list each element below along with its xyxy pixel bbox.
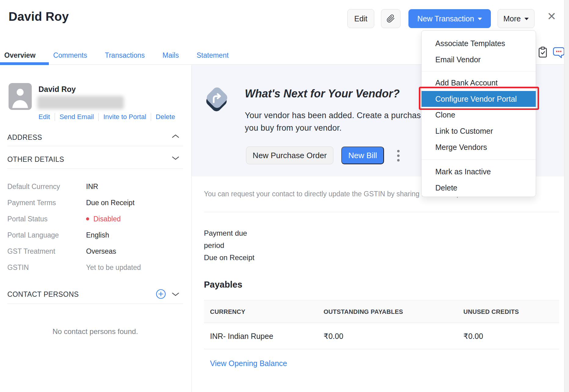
cell-unused-credits: ₹0.00	[463, 332, 483, 340]
menu-item-configure-vendor-portal[interactable]: Configure Vendor Portal	[422, 91, 536, 107]
status-dot-icon	[86, 217, 89, 220]
avatar	[9, 83, 32, 110]
clipboard-check-icon[interactable]	[538, 46, 548, 59]
delete-link[interactable]: Delete	[156, 113, 175, 121]
new-bill-button[interactable]: New Bill	[341, 147, 384, 164]
payment-due-line1: Payment due	[204, 229, 247, 237]
contact-persons-section-label: CONTACT PERSONS	[7, 290, 79, 299]
chevron-down-icon	[524, 18, 529, 20]
payables-title: Payables	[204, 280, 242, 290]
menu-item-associate-templates[interactable]: Associate Templates	[422, 35, 536, 52]
invite-to-portal-link[interactable]: Invite to Portal	[103, 113, 146, 121]
cell-outstanding-payables: ₹0.00	[324, 332, 343, 340]
detail-label: GSTIN	[7, 263, 86, 272]
kebab-menu-icon[interactable]	[394, 148, 402, 164]
new-purchase-order-button[interactable]: New Purchase Order	[246, 147, 333, 164]
send-email-link[interactable]: Send Email	[60, 113, 94, 121]
divider	[7, 169, 183, 169]
chevron-down-icon	[478, 18, 482, 20]
tab-overview[interactable]: Overview	[4, 51, 35, 60]
table-row: INR- Indian Rupee ₹0.00 ₹0.00	[204, 323, 559, 349]
payment-due-line2: period	[204, 241, 224, 249]
section-other-details[interactable]: OTHER DETAILS	[7, 154, 183, 165]
add-contact-person-button[interactable]	[156, 289, 166, 300]
chevron-down-icon[interactable]	[172, 156, 179, 161]
detail-label: Portal Language	[7, 231, 86, 239]
vendor-quick-actions: Edit Send Email Invite to Portal Delete	[38, 113, 175, 121]
chevron-down-icon[interactable]	[172, 292, 179, 297]
detail-row-gst-treatment: GST Treatment Overseas	[7, 243, 183, 259]
menu-item-email-vendor[interactable]: Email Vendor	[422, 52, 536, 68]
divider	[422, 71, 536, 71]
divider	[7, 146, 183, 146]
detail-label: GST Treatment	[7, 247, 86, 256]
paperclip-icon	[386, 14, 395, 23]
attachment-button[interactable]	[381, 9, 400, 28]
scrollbar[interactable]	[564, 0, 569, 392]
detail-label: Payment Terms	[7, 199, 86, 207]
divider	[422, 159, 536, 160]
chevron-up-icon[interactable]	[172, 134, 179, 139]
menu-item-clone[interactable]: Clone	[422, 107, 536, 123]
comments-icon[interactable]	[553, 47, 565, 59]
new-transaction-button[interactable]: New Transaction	[408, 9, 491, 28]
section-address[interactable]: ADDRESS	[7, 132, 183, 143]
more-dropdown-menu: Associate Templates Email Vendor Add Ban…	[421, 30, 536, 197]
detail-value: English	[86, 231, 109, 239]
edit-button[interactable]: Edit	[347, 9, 374, 28]
cell-currency: INR- Indian Rupee	[210, 332, 273, 340]
empty-contacts-message: No contact persons found.	[7, 327, 183, 336]
new-bill-label: New Bill	[348, 151, 377, 160]
payables-table-header: CURRENCY OUTSTANDING PAYABLES UNUSED CRE…	[204, 300, 559, 323]
column-header-currency: CURRENCY	[210, 308, 245, 315]
new-transaction-label: New Transaction	[417, 14, 474, 23]
tab-statement[interactable]: Statement	[197, 51, 229, 60]
close-icon[interactable]: ✕	[547, 11, 556, 22]
payment-due-period: Payment due period Due on Receipt	[204, 227, 254, 264]
divider	[7, 303, 183, 304]
column-header-outstanding-payables: OUTSTANDING PAYABLES	[324, 308, 403, 315]
turn-right-arrow-icon	[202, 83, 231, 115]
menu-item-add-bank-account[interactable]: Add Bank Account	[422, 75, 536, 91]
view-opening-balance-link[interactable]: View Opening Balance	[210, 359, 287, 368]
other-details-section-label: OTHER DETAILS	[7, 155, 64, 164]
vendor-details-panel: David Roy Edit New Transaction More ✕ Ov…	[0, 0, 569, 392]
more-button-label: More	[503, 14, 521, 23]
detail-value: Yet to be updated	[86, 263, 141, 272]
vendor-name: David Roy	[38, 85, 76, 94]
payment-due-value: Due on Receipt	[204, 253, 254, 262]
menu-item-link-to-customer[interactable]: Link to Customer	[422, 123, 536, 139]
menu-item-delete[interactable]: Delete	[422, 180, 536, 196]
tab-transactions[interactable]: Transactions	[105, 51, 145, 60]
tab-mails[interactable]: Mails	[162, 51, 179, 60]
status-badge: Disabled	[86, 215, 121, 223]
banner-text-line2: you buy from your vendor.	[245, 123, 342, 132]
sidebar-edit-link[interactable]: Edit	[38, 113, 50, 121]
new-purchase-order-label: New Purchase Order	[253, 151, 327, 160]
separator	[98, 113, 99, 121]
detail-row-payment-terms: Payment Terms Due on Receipt	[7, 195, 183, 211]
separator	[55, 113, 55, 121]
detail-row-gstin: GSTIN Yet to be updated	[7, 260, 183, 275]
divider	[204, 212, 559, 212]
menu-item-merge-vendors[interactable]: Merge Vendors	[422, 139, 536, 155]
detail-label: Default Currency	[7, 183, 86, 191]
active-tab-underline	[0, 62, 49, 65]
detail-value: Overseas	[86, 247, 116, 256]
redacted-email	[37, 96, 124, 109]
detail-row-portal-language: Portal Language English	[7, 227, 183, 243]
edit-button-label: Edit	[354, 14, 367, 23]
detail-value: Disabled	[93, 215, 121, 223]
tab-comments[interactable]: Comments	[53, 51, 87, 60]
more-button[interactable]: More	[498, 9, 535, 28]
detail-label: Portal Status	[7, 215, 86, 223]
separator	[151, 113, 151, 121]
detail-value: Due on Receipt	[86, 199, 135, 207]
menu-item-mark-as-inactive[interactable]: Mark as Inactive	[422, 164, 536, 180]
banner-title: What's Next for Your Vendor?	[245, 87, 400, 100]
detail-row-default-currency: Default Currency INR	[7, 179, 183, 194]
detail-row-portal-status: Portal Status Disabled	[7, 211, 183, 227]
column-header-unused-credits: UNUSED CREDITS	[463, 308, 519, 315]
page-title: David Roy	[9, 10, 69, 24]
address-section-label: ADDRESS	[7, 133, 42, 142]
